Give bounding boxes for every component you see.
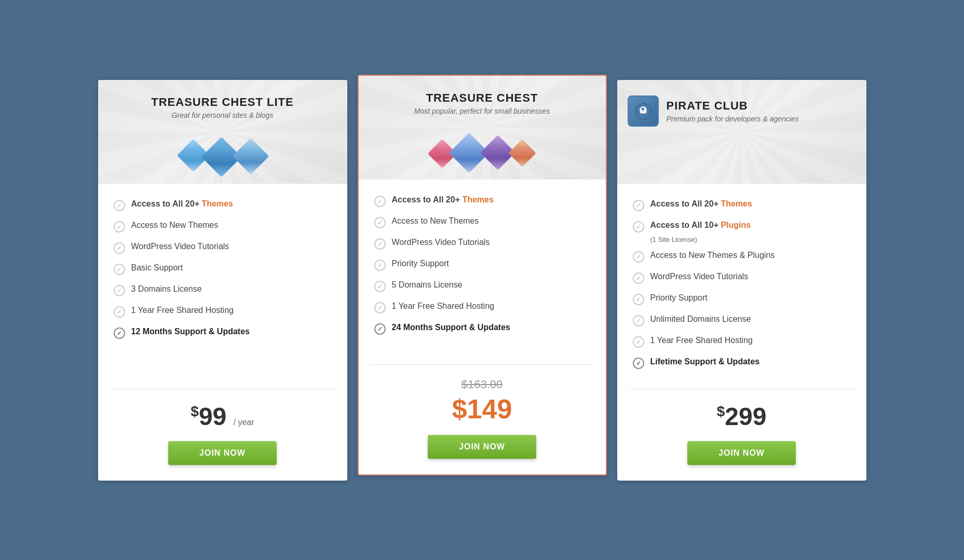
plan-subtitle-featured: Most popular, perfect for small business…	[369, 107, 595, 115]
check-icon: ✓	[633, 221, 644, 233]
check-icon: ✓	[374, 259, 386, 271]
feature-unlimited-domains: ✓ Unlimited Domains License	[633, 315, 851, 326]
check-icon: ✓	[114, 264, 125, 275]
highlight-plugins: Plugins	[721, 221, 751, 229]
feature-hosting: ✓ 1 Year Free Shared Hosting	[114, 306, 332, 318]
feature-priority-support: ✓ Priority Support	[374, 259, 590, 271]
check-icon: ✓	[633, 358, 644, 369]
join-button-featured[interactable]: JOIN NOW	[428, 435, 536, 459]
check-icon: ✓	[114, 242, 125, 254]
feature-label: Access to New Themes & Plugins	[650, 251, 775, 260]
check-icon: ✓	[114, 221, 125, 233]
feature-priority-support: ✓ Priority Support	[633, 293, 851, 305]
pricing-container: TREASURE CHEST LITE Great for personal s…	[67, 80, 898, 481]
check-icon: ✓	[633, 272, 644, 284]
feature-label: Priority Support	[392, 259, 449, 268]
check-icon: ✓	[374, 196, 386, 207]
check-icon: ✓	[633, 315, 644, 326]
highlight-themes: Themes	[721, 199, 752, 208]
feature-plugins: ✓ Access to All 10+ Plugins	[633, 221, 851, 233]
svg-point-1	[642, 108, 644, 110]
feature-label: Lifetime Support & Updates	[650, 357, 760, 366]
feature-label: Access to All 20+ Themes	[131, 199, 233, 209]
feature-label: WordPress Video Tutorials	[131, 242, 229, 251]
feature-new-themes: ✓ Access to New Themes	[374, 216, 590, 228]
check-icon: ✓	[374, 281, 386, 292]
feature-updates: ✓ 12 Months Support & Updates	[114, 327, 332, 339]
feature-themes: ✓ Access to All 20+ Themes	[633, 199, 851, 211]
pirate-badge-icon	[628, 95, 659, 127]
price-period-lite: / year	[234, 418, 254, 427]
join-button-lite[interactable]: JOIN NOW	[168, 441, 277, 465]
check-icon: ✓	[374, 217, 386, 228]
check-icon: ✓	[114, 327, 125, 339]
check-icon: ✓	[114, 200, 125, 211]
feature-new-themes: ✓ Access to New Themes	[114, 221, 332, 233]
check-icon: ✓	[374, 302, 386, 313]
feature-label: 3 Domains License	[131, 284, 202, 294]
price-display-featured: $163.00 $149	[374, 378, 590, 425]
feature-sub-license: (1 Site License)	[650, 236, 851, 243]
check-icon: ✓	[374, 323, 386, 335]
feature-new-themes-plugins: ✓ Access to New Themes & Plugins	[633, 251, 851, 263]
feature-label: 12 Months Support & Updates	[131, 327, 250, 336]
feature-hosting: ✓ 1 Year Free Shared Hosting	[633, 336, 851, 348]
price-sale: $149	[452, 394, 512, 424]
card-header-lite: TREASURE CHEST LITE Great for personal s…	[98, 80, 347, 184]
feature-label: WordPress Video Tutorials	[392, 238, 490, 247]
plan-subtitle-lite: Great for personal sites & blogs	[108, 111, 337, 119]
feature-label: Access to All 20+ Themes	[392, 195, 494, 204]
check-icon: ✓	[633, 251, 644, 263]
check-icon: ✓	[374, 238, 386, 250]
feature-label: WordPress Video Tutorials	[650, 272, 749, 281]
check-icon: ✓	[114, 285, 125, 296]
feature-label: Access to New Themes	[392, 216, 479, 226]
card-header-featured: TREASURE CHEST Most popular, perfect for…	[359, 76, 606, 180]
plan-card-featured: TREASURE CHEST Most popular, perfect for…	[358, 75, 607, 475]
feature-themes: ✓ Access to All 20+ Themes	[114, 199, 332, 211]
feature-lifetime-updates: ✓ Lifetime Support & Updates	[633, 357, 851, 369]
diamond-decoration-featured	[369, 120, 595, 167]
feature-label: 1 Year Free Shared Hosting	[650, 336, 753, 345]
feature-label: Access to All 20+ Themes	[650, 199, 752, 209]
price-display-pirate: $299	[633, 402, 851, 431]
pricing-section-pirate: $299 JOIN NOW	[617, 389, 866, 481]
plan-card-pirate: PIRATE CLUB Premium pack for developers …	[617, 80, 866, 481]
feature-label: Priority Support	[650, 293, 708, 303]
feature-label: Unlimited Domains License	[650, 315, 751, 324]
feature-label: Access to All 10+ Plugins	[650, 221, 751, 230]
plan-card-lite: TREASURE CHEST LITE Great for personal s…	[98, 80, 347, 481]
plan-title-lite: TREASURE CHEST LITE	[108, 95, 337, 109]
feature-updates: ✓ 24 Months Support & Updates	[374, 323, 590, 335]
plan-title-featured: TREASURE CHEST	[369, 91, 595, 105]
check-icon: ✓	[633, 294, 644, 305]
pricing-section-lite: $99 / year JOIN NOW	[98, 389, 347, 481]
price-main-lite: $99 / year	[191, 403, 254, 430]
pirate-title-block: PIRATE CLUB Premium pack for developers …	[667, 99, 799, 123]
feature-label: Access to New Themes	[131, 221, 219, 230]
feature-support: ✓ Basic Support	[114, 263, 332, 275]
feature-label: 1 Year Free Shared Hosting	[392, 302, 494, 311]
feature-label: 5 Domains License	[392, 280, 463, 290]
feature-tutorials: ✓ WordPress Video Tutorials	[633, 272, 851, 284]
card-header-pirate: PIRATE CLUB Premium pack for developers …	[617, 80, 866, 184]
feature-label: Basic Support	[131, 263, 183, 272]
features-list-featured: ✓ Access to All 20+ Themes ✓ Access to N…	[359, 180, 606, 364]
check-icon: ✓	[633, 336, 644, 348]
pricing-section-featured: $163.00 $149 JOIN NOW	[359, 365, 606, 474]
feature-tutorials: ✓ WordPress Video Tutorials	[374, 238, 590, 250]
join-button-pirate[interactable]: JOIN NOW	[687, 441, 796, 465]
feature-tutorials: ✓ WordPress Video Tutorials	[114, 242, 332, 254]
feature-label: 24 Months Support & Updates	[392, 323, 510, 332]
feature-hosting: ✓ 1 Year Free Shared Hosting	[374, 302, 590, 313]
check-icon: ✓	[114, 306, 125, 318]
feature-label: 1 Year Free Shared Hosting	[131, 306, 234, 315]
diamond-decoration-lite	[108, 125, 337, 171]
price-main-pirate: $299	[717, 403, 767, 430]
features-list-lite: ✓ Access to All 20+ Themes ✓ Access to N…	[98, 184, 347, 389]
feature-domains: ✓ 3 Domains License	[114, 284, 332, 296]
highlight-themes: Themes	[462, 195, 493, 204]
highlight-themes: Themes	[201, 199, 233, 208]
check-icon: ✓	[633, 200, 644, 211]
price-display-lite: $99 / year	[114, 402, 332, 431]
